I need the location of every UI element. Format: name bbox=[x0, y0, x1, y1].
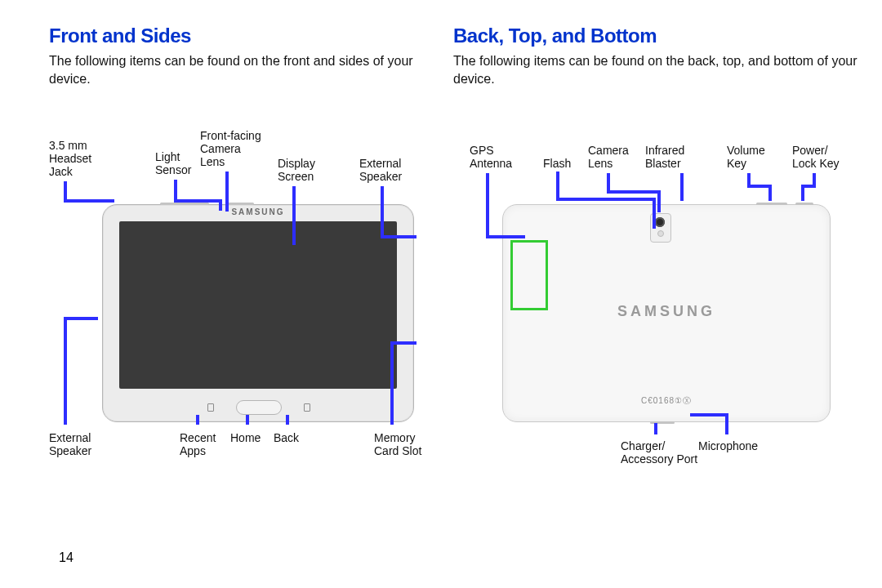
recent-apps-key-icon bbox=[207, 403, 214, 412]
label-volume: Volume Key bbox=[727, 144, 765, 170]
front-intro: The following items can be found on the … bbox=[49, 52, 457, 87]
tablet-screen bbox=[119, 221, 397, 389]
back-intro: The following items can be found on the … bbox=[453, 52, 862, 87]
tablet-front-body: SAMSUNG bbox=[102, 204, 414, 422]
label-memory-slot: Memory Card Slot bbox=[374, 431, 421, 457]
front-diagram: 3.5 mm Headset Jack Light Sensor Front-f… bbox=[49, 114, 457, 474]
back-key-icon bbox=[304, 403, 310, 412]
label-headset-jack: 3.5 mm Headset Jack bbox=[49, 139, 91, 178]
label-ir-blaster: Infrared Blaster bbox=[645, 144, 684, 170]
label-display-screen: Display Screen bbox=[278, 157, 315, 183]
label-power: Power/ Lock Key bbox=[792, 144, 840, 170]
back-top-bottom-section: Back, Top, and Bottom The following item… bbox=[453, 24, 862, 87]
camera-lens-icon bbox=[655, 217, 665, 227]
label-flash: Flash bbox=[543, 157, 571, 170]
label-external-speaker-top: External Speaker bbox=[359, 157, 402, 183]
label-camera-lens: Camera Lens bbox=[588, 144, 629, 170]
front-sides-section: Front and Sides The following items can … bbox=[49, 24, 457, 87]
label-charger: Charger/ Accessory Port bbox=[621, 439, 697, 466]
label-home: Home bbox=[230, 431, 261, 444]
flash-icon bbox=[657, 230, 664, 237]
front-brand-text: SAMSUNG bbox=[103, 207, 413, 216]
tablet-back-body: SAMSUNG C€0168①Ⓧ bbox=[502, 204, 831, 422]
back-diagram: GPS Antenna Flash Camera Lens Infrared B… bbox=[453, 114, 862, 474]
label-front-camera: Front-facing Camera Lens bbox=[200, 129, 261, 168]
back-brand-text: SAMSUNG bbox=[503, 303, 830, 320]
front-heading: Front and Sides bbox=[49, 24, 457, 47]
label-light-sensor: Light Sensor bbox=[155, 150, 191, 176]
page-number: 14 bbox=[59, 550, 74, 565]
gps-highlight-box bbox=[510, 240, 548, 310]
label-microphone: Microphone bbox=[698, 439, 758, 452]
home-button bbox=[236, 400, 282, 415]
label-back: Back bbox=[274, 431, 299, 444]
label-external-speaker-bottom: External Speaker bbox=[49, 431, 91, 457]
label-recent-apps: Recent Apps bbox=[180, 431, 216, 457]
ce-mark: C€0168①Ⓧ bbox=[503, 395, 830, 407]
back-heading: Back, Top, and Bottom bbox=[453, 24, 862, 47]
label-gps: GPS Antenna bbox=[470, 144, 512, 170]
